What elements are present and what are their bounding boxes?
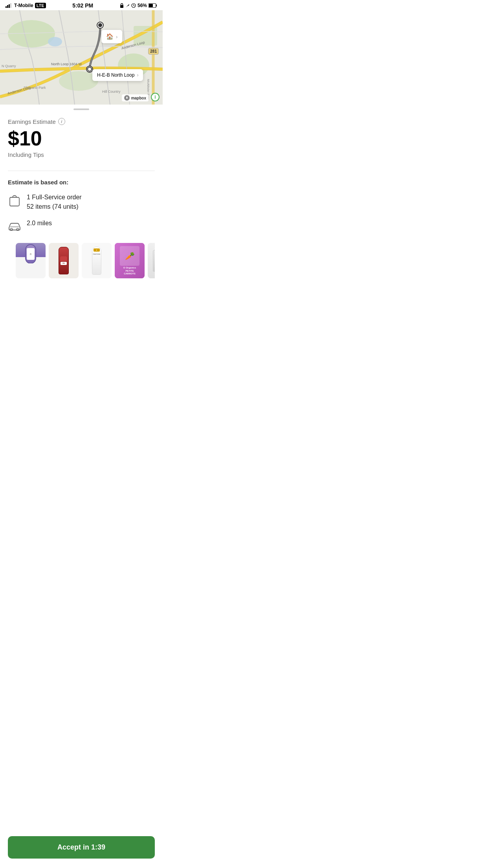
chevron-right-icon: ›: [116, 34, 117, 40]
highway-badge: 281: [148, 48, 159, 55]
highway-label: 281: [150, 49, 157, 53]
svg-marker-5: [126, 4, 129, 7]
earnings-label-row: Earnings Estimate i: [8, 118, 155, 125]
location-icon: [125, 4, 130, 8]
including-tips-label: Including Tips: [8, 151, 155, 158]
product-item-4: 🥕 O OrganicsPETITECARROTS: [115, 243, 145, 278]
svg-point-34: [17, 228, 19, 231]
estimate-distance-row: 2.0 miles: [8, 219, 155, 233]
store-popup[interactable]: H-E-B North Loop ›: [92, 69, 143, 81]
svg-rect-10: [156, 5, 157, 7]
svg-rect-1: [7, 5, 8, 8]
bottom-sheet: Earnings Estimate i $10 Including Tips E…: [0, 110, 163, 292]
earnings-info-button[interactable]: i: [58, 118, 65, 125]
product-item-2: OIL: [49, 243, 79, 278]
info-icon: i: [61, 119, 62, 124]
status-bar: T-Mobile LTE 5:02 PM 56%: [0, 0, 163, 10]
svg-rect-32: [10, 197, 19, 206]
mapbox-logo: mapbox: [122, 94, 149, 101]
svg-point-31: [127, 97, 127, 97]
svg-text:North Loop 1604 W: North Loop 1604 W: [51, 62, 82, 66]
product-item-3: P PANTENE: [82, 243, 112, 278]
map-background: North Loop 1604 W Anderson Loop Anderson…: [0, 10, 163, 105]
earnings-section: Earnings Estimate i $10 Including Tips: [0, 110, 163, 171]
product-item-5: OceanSpray CRANBERRYSAUCE: [148, 243, 155, 278]
mapbox-icon: [125, 96, 129, 100]
network-label: LTE: [35, 3, 46, 8]
estimate-section: Estimate is based on: 1 Full-Service ord…: [0, 171, 163, 292]
svg-point-16: [48, 37, 62, 46]
svg-point-33: [10, 228, 13, 231]
products-strip: ☕ OIL P PANTENE: [8, 240, 155, 286]
estimate-distance-text: 2.0 miles: [27, 219, 52, 228]
map-section: North Loop 1604 W Anderson Loop Anderson…: [0, 10, 163, 105]
estimate-title: Estimate is based on:: [8, 179, 155, 186]
earnings-label-text: Earnings Estimate: [8, 118, 56, 125]
svg-point-30: [126, 97, 128, 99]
bag-icon: [8, 193, 21, 207]
svg-rect-9: [149, 4, 153, 7]
svg-point-21: [88, 67, 92, 71]
store-label: H-E-B North Loop: [97, 72, 134, 78]
mapbox-text: mapbox: [131, 96, 146, 100]
home-popup[interactable]: 🏠 ›: [101, 30, 122, 43]
svg-rect-2: [9, 4, 10, 8]
battery-icon: [149, 3, 157, 8]
car-icon: [8, 219, 21, 233]
lock-icon: [120, 3, 124, 8]
battery-percent: 56%: [138, 3, 147, 8]
house-icon: 🏠: [106, 33, 114, 40]
svg-rect-3: [10, 3, 11, 8]
svg-rect-0: [6, 6, 7, 8]
svg-text:Hill Country: Hill Country: [102, 90, 121, 94]
carrier-label: T-Mobile: [14, 3, 33, 8]
store-chevron-icon: ›: [137, 72, 138, 78]
signal-icon: [6, 3, 13, 8]
svg-text:Shayano Park: Shayano Park: [24, 86, 46, 90]
map-info-button[interactable]: i: [151, 93, 160, 101]
svg-point-12: [8, 20, 55, 48]
estimate-order-text: 1 Full-Service order52 items (74 units): [27, 193, 82, 211]
svg-text:N Quarry: N Quarry: [2, 64, 16, 68]
svg-rect-4: [120, 5, 123, 8]
estimate-order-row: 1 Full-Service order52 items (74 units): [8, 193, 155, 211]
status-right: 56%: [120, 3, 157, 8]
status-time: 5:02 PM: [72, 2, 93, 9]
mapbox-circle-icon: [124, 95, 130, 101]
clock-icon: [131, 3, 136, 8]
product-item-1: ☕: [16, 243, 46, 278]
status-left: T-Mobile LTE: [6, 3, 46, 8]
earnings-amount: $10: [8, 127, 155, 150]
svg-point-19: [98, 23, 102, 27]
